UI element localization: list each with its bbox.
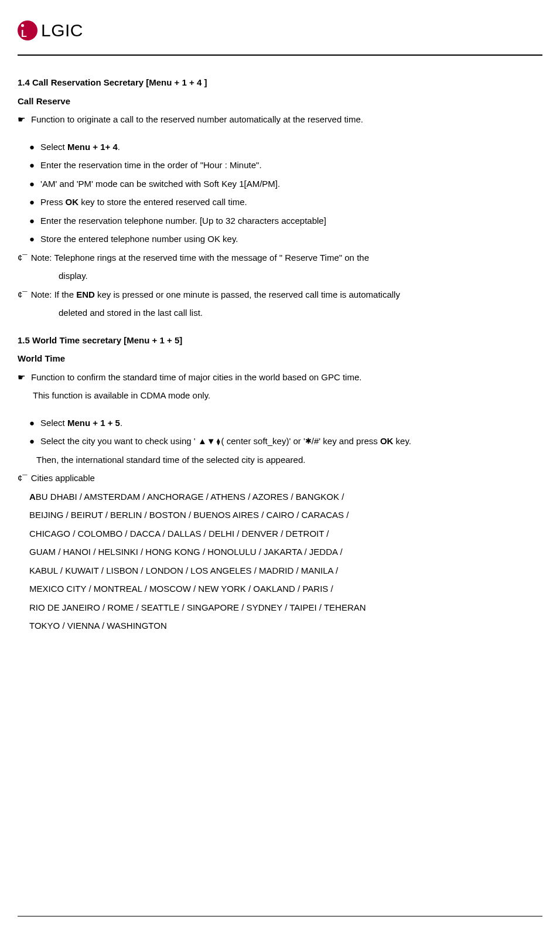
pointer-icon: ☛ xyxy=(18,368,25,387)
city-line: KABUL / KUWAIT / LISBON / LONDON / LOS A… xyxy=(29,561,542,580)
section-1-5-subheading: World Time xyxy=(18,349,542,368)
bullet-text: Select Menu + 1+ 4. xyxy=(40,138,120,156)
bullet-icon: ● xyxy=(29,414,35,432)
city-line: TOKYO / VIENNA / WASHINGTON xyxy=(29,616,542,635)
brand-text: LGIC xyxy=(41,12,83,49)
note-text: Note: Telephone rings at the reserved ti… xyxy=(31,248,369,267)
list-item: ● Select Menu + 1 + 5. xyxy=(18,414,542,432)
cities-list: ABU DHABI / AMSTERDAM / ANCHORAGE / ATHE… xyxy=(18,488,542,635)
list-item: ● Select Menu + 1+ 4. xyxy=(18,138,542,156)
bullet-icon: ● xyxy=(29,193,35,212)
city-line: GUAM / HANOI / HELSINKI / HONG KONG / HO… xyxy=(29,543,542,561)
list-item: ● Press OK key to store the entered rese… xyxy=(18,193,542,212)
bullet-text: Select the city you want to check using … xyxy=(40,432,411,451)
list-item: ● Select the city you want to check usin… xyxy=(18,432,542,451)
intro-text: Function to originate a call to the rese… xyxy=(31,110,363,129)
bullet-text: Store the entered telephone number using… xyxy=(40,230,238,248)
bullet-text: 'AM' and 'PM' mode can be switched with … xyxy=(40,175,280,193)
bullet-icon: ● xyxy=(29,212,35,230)
bullet-text: Enter the reservation telephone number. … xyxy=(40,212,326,230)
footer-divider xyxy=(18,916,542,916)
bullet-icon: ● xyxy=(29,230,35,248)
list-item: ● 'AM' and 'PM' mode can be switched wit… xyxy=(18,175,542,193)
city-first-letter: A xyxy=(29,492,36,502)
list-item: ● Store the entered telephone number usi… xyxy=(18,230,542,248)
city-line: BU DHABI / AMSTERDAM / ANCHORAGE / ATHEN… xyxy=(36,492,344,502)
bullet-icon: ● xyxy=(29,175,35,193)
note-text: Note: If the END key is pressed or one m… xyxy=(31,285,400,304)
note-prefix-icon: ¢¯ xyxy=(18,469,28,488)
bullet-icon: ● xyxy=(29,138,35,156)
section-1-4-intro: ☛ Function to originate a call to the re… xyxy=(18,110,542,129)
list-item: ● Enter the reservation time in the orde… xyxy=(18,156,542,175)
pointer-icon: ☛ xyxy=(18,110,25,129)
lg-logo-icon xyxy=(18,21,37,40)
section-1-4-subheading: Call Reserve xyxy=(18,92,542,111)
bullet-text: Enter the reservation time in the order … xyxy=(40,156,262,175)
intro-text: Function to confirm the standard time of… xyxy=(31,368,361,387)
note-continue: deleted and stored in the last call list… xyxy=(18,304,542,322)
updown-arrow-icon: ▲▼ xyxy=(198,436,216,446)
cities-label: Cities applicable xyxy=(31,469,95,488)
section-1-4-heading: 1.4 Call Reservation Secretary [Menu + 1… xyxy=(18,73,542,92)
section-1-5-intro: ☛ Function to confirm the standard time … xyxy=(18,368,542,387)
cities-label-line: ¢¯ Cities applicable xyxy=(18,469,542,488)
intro-continue: This function is available in CDMA mode … xyxy=(18,386,542,405)
city-line: BEIJING / BEIRUT / BERLIN / BOSTON / BUE… xyxy=(29,506,542,524)
bullet-icon: ● xyxy=(29,156,35,175)
bullet-continue: Then, the international standard time of… xyxy=(18,451,542,469)
city-line: RIO DE JANEIRO / ROME / SEATTLE / SINGAP… xyxy=(29,598,542,617)
bullet-text: Select Menu + 1 + 5. xyxy=(40,414,122,432)
note-prefix-icon: ¢¯ xyxy=(18,285,28,304)
header-divider xyxy=(18,54,542,56)
note-item: ¢¯ Note: If the END key is pressed or on… xyxy=(18,285,542,304)
list-item: ● Enter the reservation telephone number… xyxy=(18,212,542,230)
city-line: CHICAGO / COLOMBO / DACCA / DALLAS / DEL… xyxy=(29,524,542,543)
bullet-icon: ● xyxy=(29,432,35,451)
note-continue: display. xyxy=(18,267,542,285)
city-line: MEXICO CITY / MONTREAL / MOSCOW / NEW YO… xyxy=(29,580,542,598)
bullet-text: Press OK key to store the entered reserv… xyxy=(40,193,247,212)
header: LGIC xyxy=(18,12,542,49)
star-icon: ✱ xyxy=(305,437,312,445)
note-item: ¢¯ Note: Telephone rings at the reserved… xyxy=(18,248,542,267)
section-1-5-heading: 1.5 World Time secretary [Menu + 1 + 5] xyxy=(18,331,542,350)
note-prefix-icon: ¢¯ xyxy=(18,248,28,267)
